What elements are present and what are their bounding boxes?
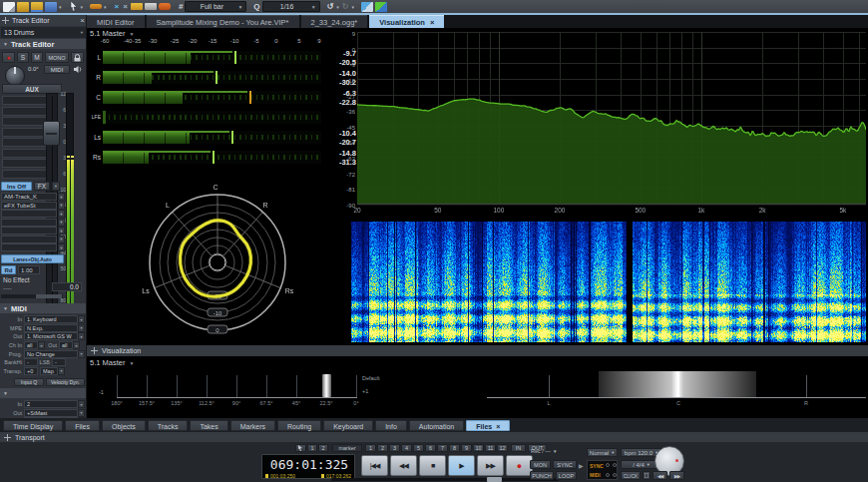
draw-mode-icon[interactable] bbox=[90, 4, 102, 9]
insert-slot[interactable]: AM-Track_K bbox=[1, 193, 57, 201]
audio-row-value[interactable]: +StMast bbox=[24, 409, 78, 417]
dock-tab[interactable]: Automation bbox=[409, 420, 464, 431]
midi-chin-value[interactable]: all bbox=[24, 341, 38, 349]
fx-button[interactable]: FX bbox=[34, 182, 50, 191]
midi-row-value[interactable]: N.Exp. bbox=[24, 324, 78, 332]
midi-row-value[interactable]: 1. Keyboard bbox=[24, 315, 78, 323]
loop-button[interactable]: LOOP bbox=[556, 471, 577, 480]
dock-tab[interactable]: Files× bbox=[466, 420, 510, 431]
automation-mode-button[interactable]: Lanes+Obj.Auto bbox=[1, 254, 64, 263]
insert-slot[interactable] bbox=[1, 243, 57, 251]
undo-caret-icon[interactable]: ▾ bbox=[336, 2, 339, 12]
dock-tab[interactable]: Info bbox=[375, 420, 407, 431]
range-in-button[interactable]: IN bbox=[511, 444, 526, 452]
scrub-forward-button[interactable]: ▶▶ bbox=[669, 471, 684, 480]
insert-slot-dropdown-icon[interactable]: ▾ bbox=[58, 193, 65, 201]
position-slider[interactable] bbox=[331, 478, 559, 481]
save-caret-icon[interactable]: ▾ bbox=[59, 2, 62, 12]
insert-slot[interactable] bbox=[1, 219, 57, 227]
midi-lsb-value[interactable]: - bbox=[52, 358, 66, 366]
midi-map-value[interactable]: Map bbox=[40, 367, 58, 375]
midi-row-dropdown-icon[interactable]: ▾ bbox=[78, 332, 85, 340]
play-mode-1-button[interactable]: 1 bbox=[307, 444, 317, 452]
midi-mode-button[interactable]: MIDI bbox=[44, 65, 70, 74]
insert-slot[interactable] bbox=[1, 236, 57, 243]
section-audio[interactable]: ▼ bbox=[0, 388, 87, 398]
auto-crossfade-icon[interactable]: × bbox=[123, 2, 128, 11]
play-button[interactable]: ▶ bbox=[448, 455, 475, 476]
object-mute-icon[interactable] bbox=[145, 3, 157, 10]
plugin-scrollbar[interactable] bbox=[1, 294, 63, 298]
velocity-dynamics-button[interactable]: Velocity Dyn. bbox=[46, 378, 85, 386]
play-mode-selector[interactable]: Normal▼ bbox=[587, 448, 618, 457]
track-selector[interactable]: 13 Drums ▾ bbox=[1, 27, 86, 38]
viz-source-selector[interactable]: 5.1 Master ▼ bbox=[90, 29, 134, 38]
section-track-editor[interactable]: ▼ Track Editor bbox=[0, 39, 87, 49]
forward-button[interactable]: ▶▶ bbox=[477, 455, 504, 476]
solo-button[interactable]: S bbox=[17, 52, 29, 63]
marker-number-button[interactable]: 2 bbox=[377, 444, 388, 452]
mouse-mode-caret-icon[interactable]: ▾ bbox=[81, 2, 84, 12]
midi-prog-value[interactable]: No Change bbox=[24, 350, 78, 358]
marker-number-button[interactable]: 4 bbox=[401, 444, 412, 452]
tab-close-icon[interactable]: × bbox=[496, 423, 500, 430]
rewind-button[interactable]: ◀◀ bbox=[390, 455, 417, 476]
record-arm-button[interactable]: ● bbox=[2, 52, 15, 63]
panel-close-icon[interactable]: × bbox=[80, 16, 85, 25]
tab-close-icon[interactable]: × bbox=[430, 18, 434, 27]
document-tab[interactable]: Visualization× bbox=[369, 15, 444, 28]
scrub-back-button[interactable]: ◀◀ bbox=[652, 471, 667, 480]
record-button[interactable]: ● bbox=[506, 455, 533, 476]
go-to-start-button[interactable]: |◀◀ bbox=[361, 455, 388, 476]
stop-button[interactable]: ■ bbox=[419, 455, 446, 476]
new-project-icon[interactable] bbox=[3, 2, 15, 12]
grid-icon[interactable]: # bbox=[179, 2, 183, 11]
marker-number-button[interactable]: 3 bbox=[389, 444, 400, 452]
fade-curve-icon[interactable] bbox=[131, 3, 143, 10]
play-cursor-mode-button[interactable] bbox=[295, 444, 306, 452]
midi-bank-value[interactable]: - bbox=[24, 358, 38, 366]
quantize-dropdown[interactable]: 1/16 ▼ bbox=[262, 1, 320, 12]
marker-number-button[interactable]: 11 bbox=[485, 444, 496, 452]
insert-slot[interactable]: eFX TubeSt bbox=[1, 202, 57, 210]
dock-tab[interactable]: Files bbox=[65, 420, 100, 431]
lock-button[interactable] bbox=[71, 52, 84, 63]
scrollbar-thumb[interactable] bbox=[36, 294, 62, 298]
midi-transp-value[interactable]: +0 bbox=[24, 367, 38, 375]
track-editor-panel-header[interactable]: Track Editor × bbox=[0, 15, 87, 26]
auto-color-icon[interactable] bbox=[375, 2, 387, 12]
open-project-icon[interactable] bbox=[17, 2, 29, 12]
monitoring-button[interactable]: MON bbox=[530, 460, 551, 469]
mute-button[interactable]: M bbox=[31, 52, 43, 63]
import-audio-icon[interactable] bbox=[31, 2, 43, 12]
dock-tab[interactable]: Tracks bbox=[148, 420, 189, 431]
marker-number-button[interactable]: 7 bbox=[437, 444, 448, 452]
insert-slot-dropdown-icon[interactable]: ▾ bbox=[58, 219, 65, 227]
metronome-options-button[interactable] bbox=[643, 471, 651, 480]
marker-button[interactable]: marker bbox=[332, 444, 362, 452]
position-slider-thumb[interactable] bbox=[487, 477, 502, 482]
midi-row-value[interactable]: 1. Microsoft GS W bbox=[24, 332, 78, 340]
expand-arrow-icon[interactable]: ▶ bbox=[579, 462, 584, 469]
draw-mode-caret-icon[interactable]: ▾ bbox=[104, 2, 107, 12]
dropdown-icon[interactable]: ▾ bbox=[38, 341, 45, 349]
audio-row-dropdown-icon[interactable]: ▾ bbox=[78, 409, 85, 417]
dropdown-icon[interactable]: ▾ bbox=[58, 367, 65, 375]
midi-chout-value[interactable]: all bbox=[59, 341, 73, 349]
marker-number-button[interactable]: 10 bbox=[473, 444, 484, 452]
snap-toggle-icon[interactable] bbox=[361, 2, 373, 12]
audio-row-dropdown-icon[interactable]: ▾ bbox=[78, 400, 85, 408]
insert-slot-dropdown-icon[interactable]: ▾ bbox=[58, 243, 65, 251]
inserts-off-button[interactable]: Ins Off bbox=[1, 182, 32, 191]
dock-tab[interactable]: Objects bbox=[102, 420, 146, 431]
redo-caret-icon[interactable]: ▾ bbox=[352, 2, 355, 12]
play-mode-2-button[interactable]: 2 bbox=[318, 444, 328, 452]
crossfade-editor-icon[interactable]: × bbox=[115, 2, 120, 11]
dock-tab[interactable]: Time Display bbox=[3, 420, 63, 431]
insert-slot-dropdown-icon[interactable]: ▾ bbox=[58, 202, 65, 210]
automation-read-button[interactable]: Rd bbox=[1, 265, 16, 274]
mouse-mode-icon[interactable] bbox=[69, 1, 79, 12]
grid-value-dropdown[interactable]: Full bar ▼ bbox=[185, 1, 246, 12]
document-tab[interactable]: MIDI Editor bbox=[87, 15, 145, 28]
record-mode-selector[interactable]: Rec / —▼ bbox=[531, 448, 557, 454]
